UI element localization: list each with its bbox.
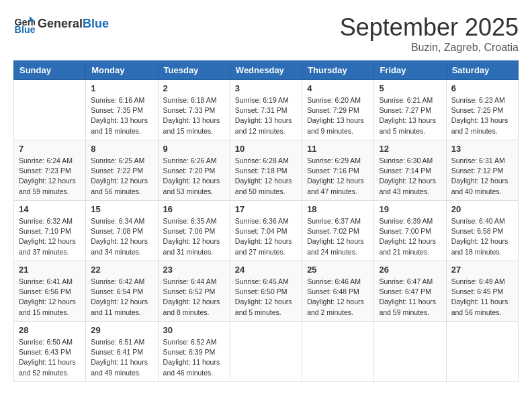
day-number: 18	[307, 204, 369, 214]
day-number: 14	[19, 204, 81, 214]
day-number: 7	[19, 144, 81, 154]
weekday-header-saturday: Saturday	[446, 61, 518, 80]
calendar-cell: 10Sunrise: 6:28 AM Sunset: 7:18 PM Dayli…	[230, 140, 302, 201]
calendar-cell: 22Sunrise: 6:42 AM Sunset: 6:54 PM Dayli…	[86, 261, 158, 322]
week-row-3: 14Sunrise: 6:32 AM Sunset: 7:10 PM Dayli…	[14, 201, 519, 261]
day-number: 9	[163, 144, 225, 154]
calendar-cell	[446, 322, 518, 382]
cell-content: Sunrise: 6:31 AM Sunset: 7:12 PM Dayligh…	[451, 156, 513, 197]
cell-content: Sunrise: 6:20 AM Sunset: 7:29 PM Dayligh…	[307, 95, 369, 136]
calendar-cell: 7Sunrise: 6:24 AM Sunset: 7:23 PM Daylig…	[14, 140, 86, 201]
logo-blue: Blue	[83, 17, 109, 30]
calendar-cell: 21Sunrise: 6:41 AM Sunset: 6:56 PM Dayli…	[14, 261, 86, 322]
cell-content: Sunrise: 6:28 AM Sunset: 7:18 PM Dayligh…	[235, 156, 297, 197]
calendar-cell: 12Sunrise: 6:30 AM Sunset: 7:14 PM Dayli…	[374, 140, 446, 201]
cell-content: Sunrise: 6:29 AM Sunset: 7:16 PM Dayligh…	[307, 156, 369, 197]
cell-content: Sunrise: 6:50 AM Sunset: 6:43 PM Dayligh…	[19, 337, 81, 378]
day-number: 15	[91, 204, 152, 214]
calendar-cell: 30Sunrise: 6:52 AM Sunset: 6:39 PM Dayli…	[158, 322, 230, 382]
logo-general: General	[38, 17, 83, 30]
weekday-header-thursday: Thursday	[302, 61, 374, 80]
cell-content: Sunrise: 6:52 AM Sunset: 6:39 PM Dayligh…	[163, 337, 225, 378]
cell-content: Sunrise: 6:42 AM Sunset: 6:54 PM Dayligh…	[91, 277, 152, 318]
day-number: 11	[307, 144, 369, 154]
cell-content: Sunrise: 6:51 AM Sunset: 6:41 PM Dayligh…	[91, 337, 152, 378]
cell-content: Sunrise: 6:24 AM Sunset: 7:23 PM Dayligh…	[19, 156, 81, 197]
calendar-cell: 9Sunrise: 6:26 AM Sunset: 7:20 PM Daylig…	[158, 140, 230, 201]
day-number: 28	[19, 325, 81, 335]
cell-content: Sunrise: 6:34 AM Sunset: 7:08 PM Dayligh…	[91, 216, 152, 257]
day-number: 3	[235, 83, 297, 93]
cell-content: Sunrise: 6:18 AM Sunset: 7:33 PM Dayligh…	[163, 95, 225, 136]
weekday-header-tuesday: Tuesday	[158, 61, 230, 80]
day-number: 16	[163, 204, 225, 214]
weekday-header-friday: Friday	[374, 61, 446, 80]
cell-content: Sunrise: 6:49 AM Sunset: 6:45 PM Dayligh…	[451, 277, 513, 318]
calendar-cell: 11Sunrise: 6:29 AM Sunset: 7:16 PM Dayli…	[302, 140, 374, 201]
calendar-cell: 14Sunrise: 6:32 AM Sunset: 7:10 PM Dayli…	[14, 201, 86, 261]
day-number: 21	[19, 265, 81, 275]
svg-text:Blue: Blue	[15, 24, 35, 35]
cell-content: Sunrise: 6:21 AM Sunset: 7:27 PM Dayligh…	[379, 95, 441, 136]
calendar-cell	[374, 322, 446, 382]
calendar-cell: 13Sunrise: 6:31 AM Sunset: 7:12 PM Dayli…	[446, 140, 518, 201]
calendar-cell: 15Sunrise: 6:34 AM Sunset: 7:08 PM Dayli…	[86, 201, 158, 261]
logo: General Blue GeneralBlue	[13, 13, 109, 35]
cell-content: Sunrise: 6:26 AM Sunset: 7:20 PM Dayligh…	[163, 156, 225, 197]
day-number: 26	[379, 265, 441, 275]
day-number: 17	[235, 204, 297, 214]
cell-content: Sunrise: 6:23 AM Sunset: 7:25 PM Dayligh…	[451, 95, 513, 136]
day-number: 10	[235, 144, 297, 154]
calendar-table: SundayMondayTuesdayWednesdayThursdayFrid…	[13, 60, 519, 382]
cell-content: Sunrise: 6:46 AM Sunset: 6:48 PM Dayligh…	[307, 277, 369, 318]
day-number: 4	[307, 83, 369, 93]
calendar-cell: 6Sunrise: 6:23 AM Sunset: 7:25 PM Daylig…	[446, 80, 518, 140]
day-number: 12	[379, 144, 441, 154]
calendar-cell: 27Sunrise: 6:49 AM Sunset: 6:45 PM Dayli…	[446, 261, 518, 322]
calendar-cell: 29Sunrise: 6:51 AM Sunset: 6:41 PM Dayli…	[86, 322, 158, 382]
cell-content: Sunrise: 6:45 AM Sunset: 6:50 PM Dayligh…	[235, 277, 297, 318]
day-number: 30	[163, 325, 225, 335]
day-number: 23	[163, 265, 225, 275]
cell-content: Sunrise: 6:30 AM Sunset: 7:14 PM Dayligh…	[379, 156, 441, 197]
day-number: 1	[91, 83, 152, 93]
page-header: General Blue GeneralBlue September 2025 …	[13, 13, 519, 54]
calendar-cell: 26Sunrise: 6:47 AM Sunset: 6:47 PM Dayli…	[374, 261, 446, 322]
calendar-cell: 19Sunrise: 6:39 AM Sunset: 7:00 PM Dayli…	[374, 201, 446, 261]
cell-content: Sunrise: 6:40 AM Sunset: 6:58 PM Dayligh…	[451, 216, 513, 257]
calendar-cell: 8Sunrise: 6:25 AM Sunset: 7:22 PM Daylig…	[86, 140, 158, 201]
day-number: 2	[163, 83, 225, 93]
calendar-cell: 24Sunrise: 6:45 AM Sunset: 6:50 PM Dayli…	[230, 261, 302, 322]
calendar-cell	[302, 322, 374, 382]
week-row-5: 28Sunrise: 6:50 AM Sunset: 6:43 PM Dayli…	[14, 322, 519, 382]
cell-content: Sunrise: 6:16 AM Sunset: 7:35 PM Dayligh…	[91, 95, 152, 136]
day-number: 24	[235, 265, 297, 275]
day-number: 22	[91, 265, 152, 275]
calendar-cell: 4Sunrise: 6:20 AM Sunset: 7:29 PM Daylig…	[302, 80, 374, 140]
cell-content: Sunrise: 6:41 AM Sunset: 6:56 PM Dayligh…	[19, 277, 81, 318]
calendar-cell	[230, 322, 302, 382]
week-row-2: 7Sunrise: 6:24 AM Sunset: 7:23 PM Daylig…	[14, 140, 519, 201]
calendar-cell: 23Sunrise: 6:44 AM Sunset: 6:52 PM Dayli…	[158, 261, 230, 322]
month-title: September 2025	[340, 13, 519, 42]
day-number: 8	[91, 144, 152, 154]
weekday-header-sunday: Sunday	[14, 61, 86, 80]
cell-content: Sunrise: 6:25 AM Sunset: 7:22 PM Dayligh…	[91, 156, 152, 197]
weekday-header-wednesday: Wednesday	[230, 61, 302, 80]
cell-content: Sunrise: 6:35 AM Sunset: 7:06 PM Dayligh…	[163, 216, 225, 257]
calendar-cell: 1Sunrise: 6:16 AM Sunset: 7:35 PM Daylig…	[86, 80, 158, 140]
title-block: September 2025 Buzin, Zagreb, Croatia	[340, 13, 519, 54]
calendar-cell	[14, 80, 86, 140]
day-number: 6	[451, 83, 513, 93]
cell-content: Sunrise: 6:47 AM Sunset: 6:47 PM Dayligh…	[379, 277, 441, 318]
day-number: 5	[379, 83, 441, 93]
day-number: 27	[451, 265, 513, 275]
cell-content: Sunrise: 6:19 AM Sunset: 7:31 PM Dayligh…	[235, 95, 297, 136]
day-number: 13	[451, 144, 513, 154]
calendar-cell: 28Sunrise: 6:50 AM Sunset: 6:43 PM Dayli…	[14, 322, 86, 382]
calendar-cell: 3Sunrise: 6:19 AM Sunset: 7:31 PM Daylig…	[230, 80, 302, 140]
cell-content: Sunrise: 6:44 AM Sunset: 6:52 PM Dayligh…	[163, 277, 225, 318]
cell-content: Sunrise: 6:39 AM Sunset: 7:00 PM Dayligh…	[379, 216, 441, 257]
cell-content: Sunrise: 6:32 AM Sunset: 7:10 PM Dayligh…	[19, 216, 81, 257]
calendar-cell: 5Sunrise: 6:21 AM Sunset: 7:27 PM Daylig…	[374, 80, 446, 140]
